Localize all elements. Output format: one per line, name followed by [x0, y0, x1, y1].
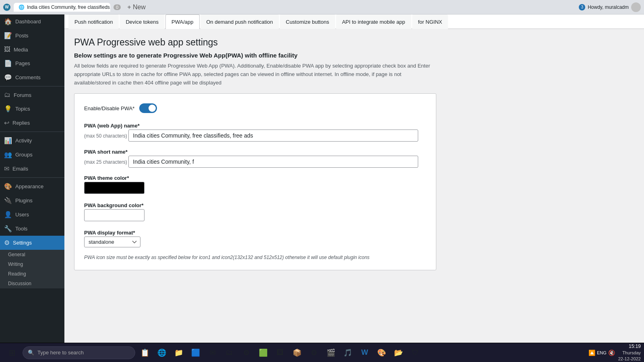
taskbar-icon-paint[interactable]: 🎨 [374, 345, 390, 361]
sidebar-item-activity[interactable]: 📊 Activity [0, 134, 64, 148]
pwa-background-color-input[interactable] [84, 209, 144, 221]
general-label: General [8, 252, 25, 257]
taskbar-icon-0[interactable]: 📋 [137, 345, 153, 361]
taskbar-icon-cog[interactable]: ⚙ [306, 345, 322, 361]
sidebar-label-media: Media [14, 47, 28, 53]
tab-api-integrate[interactable]: API to integrate mobile app [336, 14, 411, 29]
taskbar-icon-ms[interactable]: 🟦 [188, 345, 204, 361]
pwa-web-app-name-hint: (max 50 characters) [84, 133, 127, 139]
pwa-theme-color-input[interactable] [84, 182, 144, 194]
taskbar-icon-ftp[interactable]: 📂 [390, 345, 407, 361]
pwa-theme-color-group: PWA theme color* [84, 175, 426, 195]
alert-badge: 3 [579, 4, 585, 10]
pwa-background-color-label: PWA background color* [84, 202, 426, 208]
pwa-short-name-label: PWA short name* [84, 149, 426, 155]
sidebar-item-emails[interactable]: ✉ Emails [0, 162, 64, 176]
sidebar-item-dashboard[interactable]: 🏠 Dashboard [0, 14, 64, 29]
taskbar-search-box[interactable]: 🔍 Type here to search [23, 346, 135, 359]
sidebar-item-settings[interactable]: ⚙ Settings [0, 236, 64, 250]
tab-pwa-app[interactable]: PWA/app [165, 14, 199, 29]
sidebar-label-pages: Pages [15, 60, 30, 66]
media-icon: 🖼 [4, 46, 10, 53]
replies-icon: ↩ [4, 119, 9, 127]
tab-device-tokens[interactable]: Device tokens [120, 14, 165, 29]
taskbar-icon-media[interactable]: 🎬 [323, 345, 339, 361]
sidebar-item-replies[interactable]: ↩ Replies [0, 116, 64, 130]
sidebar-item-posts[interactable]: 📝 Posts [0, 29, 64, 43]
pwa-display-format-select[interactable]: standalone fullscreen minimal-ui browser [84, 237, 140, 247]
sidebar: 🏠 Dashboard 📝 Posts 🖼 Media 📄 Pages 💬 Co… [0, 14, 64, 343]
taskbar-icon-shield[interactable]: 🛡 [407, 345, 423, 361]
clock-date: 22-12-2022 [618, 356, 641, 362]
taskbar-icon-files[interactable]: 🗂 [221, 345, 237, 361]
sidebar-item-pages[interactable]: 📄 Pages [0, 56, 64, 70]
dashboard-icon: 🏠 [4, 18, 12, 25]
sidebar-item-writing[interactable]: Writing [4, 259, 64, 269]
sidebar-label-forums: Forums [14, 92, 31, 98]
groups-icon: 👥 [4, 151, 12, 158]
sidebar-item-general[interactable]: General [4, 250, 64, 259]
discussion-label: Discussion [8, 281, 31, 286]
sidebar-item-plugins[interactable]: 🔌 Plugins [0, 193, 64, 208]
tray-icon-vol[interactable]: 🔇 [608, 350, 615, 356]
pwa-toggle[interactable] [139, 103, 157, 113]
taskbar-icon-word[interactable]: W [357, 345, 373, 361]
pwa-theme-color-label: PWA theme color* [84, 175, 426, 181]
notification-badge: 0 [114, 4, 121, 10]
taskbar-icon-music[interactable]: 🎵 [340, 345, 356, 361]
section-subtitle: Below settings are to generate Progressi… [74, 52, 634, 59]
pages-icon: 📄 [4, 60, 12, 67]
sidebar-item-appearance[interactable]: 🎨 Appearance [0, 179, 64, 193]
taskbar-icon-email[interactable]: ✉ [204, 345, 221, 361]
tab-push-notification[interactable]: Push notification [68, 14, 119, 29]
tab-customize-buttons[interactable]: Customize buttons [280, 14, 335, 29]
pwa-theme-color-wrapper [84, 182, 144, 194]
separator-3 [0, 177, 64, 178]
toggle-slider [139, 103, 157, 113]
tabs-bar: Push notification Device tokens PWA/app … [64, 14, 644, 29]
sidebar-label-topics: Topics [15, 106, 30, 112]
taskbar-icon-folder[interactable]: 📁 [171, 345, 187, 361]
taskbar: ⊞ 🔍 Type here to search 📋 🌐 📁 🟦 ✉ 🗂 ⚙ 🟩 … [0, 343, 644, 362]
start-button[interactable]: ⊞ [3, 345, 21, 361]
sidebar-item-discussion[interactable]: Discussion [4, 279, 64, 288]
appearance-icon: 🎨 [4, 183, 12, 190]
pwa-short-name-group: PWA short name* (max 25 characters) [84, 149, 426, 168]
taskbar-icon-settings[interactable]: ⚙ [238, 345, 254, 361]
sidebar-item-topics[interactable]: 💡 Topics [0, 102, 64, 116]
new-tab-button[interactable]: + New [124, 2, 149, 12]
sidebar-item-users[interactable]: 👤 Users [0, 208, 64, 222]
pwa-background-color-wrapper [84, 209, 144, 221]
pwa-display-format-group: PWA display format* standalone fullscree… [84, 230, 426, 247]
taskbar-icon-img[interactable]: 🖼 [272, 345, 288, 361]
search-icon: 🔍 [28, 350, 34, 356]
sidebar-item-reading[interactable]: Reading [4, 269, 64, 279]
sidebar-item-groups[interactable]: 👥 Groups [0, 148, 64, 162]
taskbar-icon-edge[interactable]: 🌐 [154, 345, 170, 361]
pwa-web-app-name-input[interactable] [128, 130, 418, 142]
enable-disable-row: Enable/Disable PWA* [84, 103, 426, 113]
tab-for-nginx[interactable]: for NGINX [412, 14, 448, 29]
taskbar-icon-excel[interactable]: 🟩 [255, 345, 271, 361]
user-avatar[interactable] [631, 2, 641, 12]
sidebar-item-tools[interactable]: 🔧 Tools [0, 222, 64, 236]
sidebar-item-comments[interactable]: 💬 Comments [0, 70, 64, 84]
sidebar-item-forums[interactable]: 🗂 Forums [0, 88, 64, 102]
taskbar-tray: 🔼 ENG 🔇 [588, 350, 615, 356]
posts-icon: 📝 [4, 32, 12, 39]
tab-favicon: 🌐 [19, 4, 25, 10]
taskbar-icon-pkg[interactable]: 📦 [289, 345, 305, 361]
sidebar-item-media[interactable]: 🖼 Media [0, 43, 64, 56]
tray-icon-kb[interactable]: ENG [597, 350, 607, 355]
sidebar-label-groups: Groups [15, 152, 33, 158]
pwa-short-name-hint: (max 25 characters) [84, 159, 127, 165]
taskbar-search-placeholder: Type here to search [37, 350, 84, 356]
pwa-short-name-input[interactable] [128, 156, 418, 168]
comments-icon: 💬 [4, 74, 12, 81]
tray-icon-0[interactable]: 🔼 [588, 350, 595, 356]
tab-on-demand[interactable]: On demand push notification [200, 14, 279, 29]
plugins-icon: 🔌 [4, 197, 12, 204]
browser-tab[interactable]: 🌐 India cities Community, free classifie… [14, 3, 110, 12]
sidebar-label-plugins: Plugins [15, 197, 33, 204]
sidebar-label-tools: Tools [15, 226, 27, 232]
